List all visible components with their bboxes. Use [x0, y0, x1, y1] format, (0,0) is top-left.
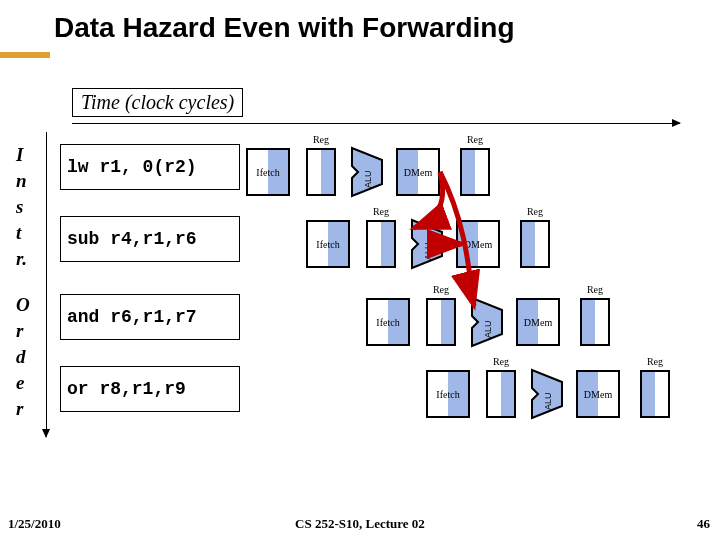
alu-label: ALU [363, 170, 373, 188]
stage-r1-ifetch: Ifetch [306, 220, 350, 268]
time-axis-arrow [72, 123, 680, 124]
instr-box-1: sub r4,r1,r6 [60, 216, 240, 262]
stage-r3-reg2: Reg [640, 370, 670, 418]
page-title: Data Hazard Even with Forwarding [54, 12, 515, 44]
reg-label-wb: Reg [460, 134, 490, 145]
accent-bar [0, 52, 50, 58]
footer-center: CS 252-S10, Lecture 02 [0, 516, 720, 532]
ifetch-label: Ifetch [256, 167, 279, 178]
stage-r0-dmem: DMem [396, 148, 440, 196]
stage-r1-dmem: DMem [456, 220, 500, 268]
stage-r2-ifetch: Ifetch [366, 298, 410, 346]
stage-r0-reg1: Reg [306, 148, 336, 196]
footer-page: 46 [697, 516, 710, 532]
vertical-label-instr: I n s t r. [16, 142, 27, 272]
stage-r3-alu: ALU [530, 368, 564, 420]
vertical-label-order: O r d e r [16, 292, 30, 422]
stage-r2-alu: ALU [470, 296, 504, 348]
stage-r2-reg1: Reg [426, 298, 456, 346]
stage-r3-dmem: DMem [576, 370, 620, 418]
stage-r2-reg2: Reg [580, 298, 610, 346]
stage-r2-dmem: DMem [516, 298, 560, 346]
instr-order-arrow [46, 132, 47, 437]
instr-box-2: and r6,r1,r7 [60, 294, 240, 340]
stage-r3-ifetch: Ifetch [426, 370, 470, 418]
stage-r0-ifetch: Ifetch [246, 148, 290, 196]
stage-r0-alu: ALU [350, 146, 384, 198]
reg-label: Reg [306, 134, 336, 145]
stage-r1-alu: ALU [410, 218, 444, 270]
hazard-arrows [0, 0, 720, 540]
stage-r1-reg2: Reg [520, 220, 550, 268]
stage-r0-reg2: Reg [460, 148, 490, 196]
instr-box-0: lw r1, 0(r2) [60, 144, 240, 190]
time-axis-label: Time (clock cycles) [72, 88, 243, 117]
dmem-label: DMem [404, 167, 432, 178]
stage-r3-reg1: Reg [486, 370, 516, 418]
stage-r1-reg1: Reg [366, 220, 396, 268]
instr-box-3: or r8,r1,r9 [60, 366, 240, 412]
